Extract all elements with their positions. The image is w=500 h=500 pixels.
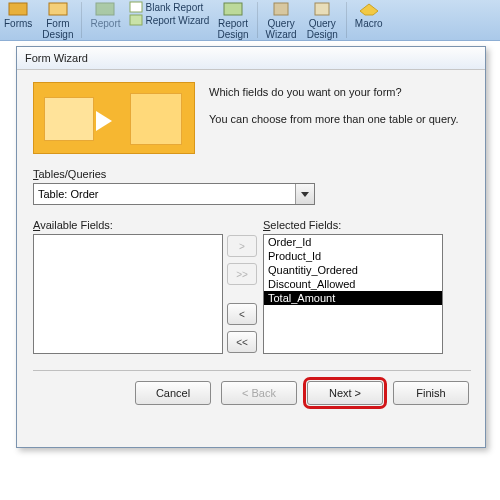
ribbon-label: Forms [4,18,32,29]
ribbon-blank-report[interactable]: Blank Report [127,1,212,13]
list-item[interactable]: Order_Id [264,235,442,249]
chevron-down-icon [301,192,309,197]
report-design-icon [222,1,244,17]
ribbon-report-wizard[interactable]: Report Wizard [127,14,212,26]
ribbon-label: Report [90,18,120,29]
svg-rect-7 [315,3,329,15]
ribbon-label: Report Wizard [146,15,210,26]
ribbon-query-wizard[interactable]: Query Wizard [262,0,301,40]
tables-queries-input[interactable] [34,184,295,204]
next-button[interactable]: Next > [307,381,383,405]
macro-icon [358,1,380,17]
available-fields-label: Available Fields: [33,219,221,231]
ribbon: Forms Form Design Report Blank Report Re… [0,0,500,41]
query-design-icon [311,1,333,17]
ribbon-separator [346,2,347,38]
remove-all-fields-button[interactable]: << [227,331,257,353]
svg-rect-3 [130,2,142,12]
svg-rect-4 [130,15,142,25]
ribbon-forms[interactable]: Forms [0,0,36,29]
svg-rect-6 [274,3,288,15]
svg-rect-5 [224,3,242,15]
report-icon [94,1,116,17]
selected-fields-list[interactable]: Order_IdProduct_IdQuantitiy_OrderedDisco… [263,234,443,354]
dialog-titlebar[interactable]: Form Wizard [17,47,485,70]
ribbon-report[interactable]: Report [86,0,124,29]
list-item[interactable]: Discount_Allowed [264,277,442,291]
ribbon-separator [81,2,82,38]
svg-rect-0 [9,3,27,15]
add-all-fields-button[interactable]: >> [227,263,257,285]
ribbon-macro[interactable]: Macro [351,0,387,29]
svg-rect-2 [96,3,114,15]
dialog-title: Form Wizard [25,52,88,64]
wizard-banner [33,82,195,154]
remove-field-button[interactable]: < [227,303,257,325]
form-wizard-dialog: Form Wizard Which fields do you want on … [16,46,486,448]
wizard-prompt-2: You can choose from more than one table … [209,111,471,128]
available-fields-list[interactable] [33,234,223,354]
ribbon-report-design[interactable]: Report Design [213,0,252,40]
ribbon-label: Macro [355,18,383,29]
ribbon-label: Blank Report [146,2,204,13]
tables-queries-combo[interactable] [33,183,315,205]
list-item[interactable]: Product_Id [264,249,442,263]
query-wizard-icon [270,1,292,17]
ribbon-form-design[interactable]: Form Design [38,0,77,40]
report-wizard-icon [129,14,143,26]
ribbon-query-design[interactable]: Query Design [303,0,342,40]
wizard-prompt-1: Which fields do you want on your form? [209,84,471,101]
list-item[interactable]: Quantitiy_Ordered [264,263,442,277]
blank-report-icon [129,1,143,13]
ribbon-label: Query Design [307,18,338,40]
ribbon-label: Query Wizard [266,18,297,40]
ribbon-separator [257,2,258,38]
back-button: < Back [221,381,297,405]
finish-button[interactable]: Finish [393,381,469,405]
selected-fields-label: Selected Fields: [263,219,441,231]
form-icon [7,1,29,17]
arrow-icon [96,111,112,131]
list-item[interactable]: Total_Amount [264,291,442,305]
tables-queries-label: Tables/Queries [33,168,471,180]
combo-drop-button[interactable] [295,184,314,204]
ribbon-label: Report Design [217,18,248,40]
cancel-button[interactable]: Cancel [135,381,211,405]
ribbon-label: Form Design [42,18,73,40]
svg-rect-1 [49,3,67,15]
add-field-button[interactable]: > [227,235,257,257]
form-design-icon [47,1,69,17]
divider [33,370,471,371]
